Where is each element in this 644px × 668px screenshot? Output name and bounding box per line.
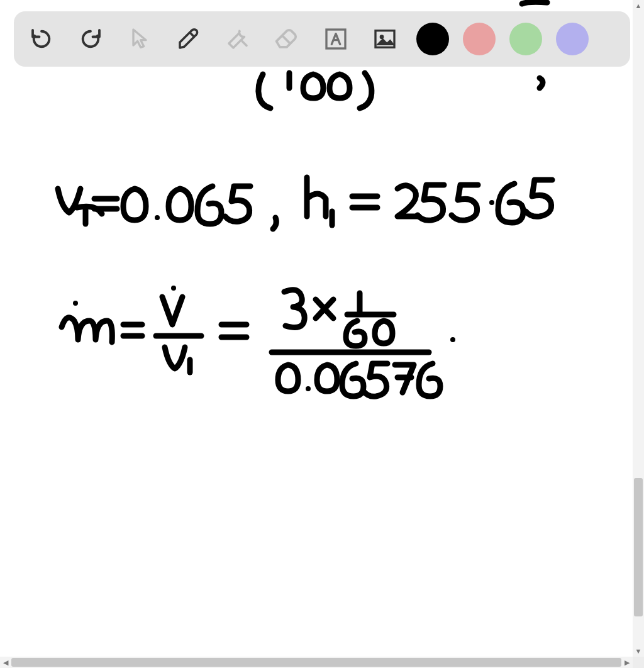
scroll-up-arrow[interactable]: ▲ (633, 0, 644, 11)
redo-icon (77, 26, 104, 52)
tools-icon (225, 26, 251, 52)
tools-button[interactable] (220, 21, 255, 57)
image-icon (372, 26, 397, 52)
scroll-right-arrow[interactable]: ▶ (621, 657, 633, 668)
undo-button[interactable] (24, 21, 59, 57)
drawing-canvas[interactable] (0, 0, 633, 657)
svg-point-4 (306, 386, 311, 391)
svg-point-1 (489, 200, 494, 205)
horizontal-scroll-thumb[interactable] (11, 658, 621, 667)
eraser-button[interactable] (269, 21, 304, 57)
text-icon (323, 26, 348, 52)
redo-button[interactable] (73, 21, 108, 57)
pen-button[interactable] (171, 21, 206, 57)
eraser-icon (273, 25, 301, 53)
pointer-icon (127, 26, 152, 52)
color-swatch-purple[interactable] (556, 23, 589, 55)
vertical-scrollbar[interactable]: ▲ ▼ (633, 0, 644, 657)
handwriting-line-0: (100) (264, 75, 265, 76)
scroll-down-arrow[interactable]: ▼ (633, 645, 644, 657)
color-swatch-green[interactable] (509, 23, 542, 55)
svg-point-5 (450, 337, 455, 342)
svg-point-0 (155, 215, 160, 220)
undo-icon (28, 26, 55, 52)
scroll-left-arrow[interactable]: ◀ (0, 657, 11, 668)
svg-point-8 (380, 35, 384, 39)
svg-point-3 (171, 286, 176, 291)
color-swatch-black[interactable] (416, 23, 449, 55)
horizontal-scrollbar[interactable]: ◀ ▶ (0, 657, 633, 668)
color-swatch-pink[interactable] (463, 23, 496, 55)
handwriting-line-2: ṁ = V̇ / v₁ = (3 × 1/60) / 0.06576 (57, 321, 65, 321)
vertical-scroll-thumb[interactable] (634, 478, 643, 616)
whiteboard-app: ▲ ▼ ◀ ▶ (0, 0, 644, 668)
toolbar (14, 11, 630, 67)
svg-point-2 (73, 301, 78, 306)
image-button[interactable] (367, 21, 402, 57)
handwriting-line-1: v₁=0.065 , h₁ = 255·65 (57, 189, 62, 189)
pen-icon (175, 26, 202, 52)
pointer-button[interactable] (122, 21, 157, 57)
text-button[interactable] (318, 21, 353, 57)
scrollbar-corner (633, 657, 644, 668)
